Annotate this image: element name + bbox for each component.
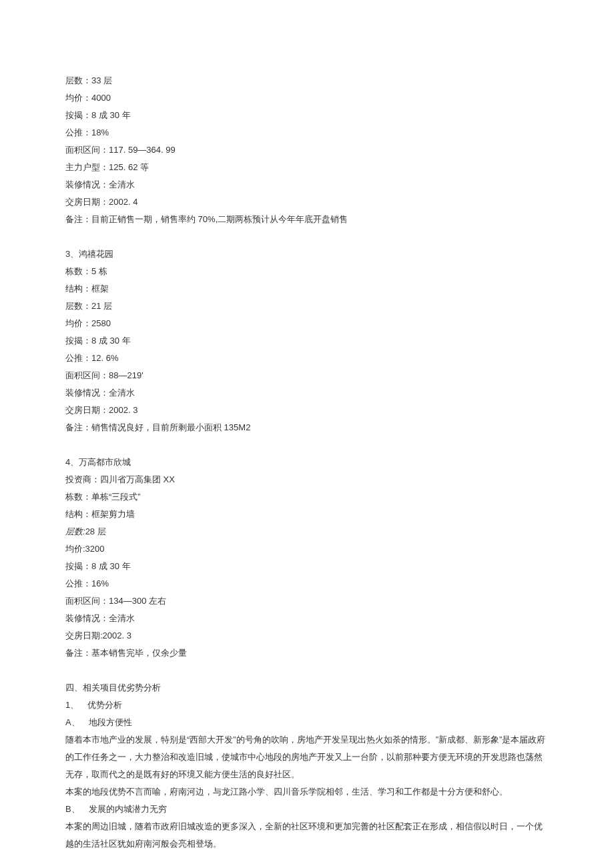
p2-finish: 装修情况：全清水 bbox=[65, 176, 549, 193]
p3-mortgage: 按揭：8 成 30 年 bbox=[65, 332, 549, 350]
p3-delivery: 交房日期：2002. 3 bbox=[65, 402, 549, 419]
document-page: 层数：33 层 均价：4000 按揭：8 成 30 年 公推：18% 面积区间：… bbox=[0, 0, 614, 868]
sec4-a-text2: 本案的地段优势不言而喻，府南河边，与龙江路小学、四川音乐学院相邻，生活、学习和工… bbox=[65, 783, 549, 801]
p3-public: 公推：12. 6% bbox=[65, 350, 549, 367]
p3-floors: 层数：21 层 bbox=[65, 298, 549, 315]
sec4-a: A、 地段方便性 bbox=[65, 714, 549, 731]
p4-area: 面积区间：134—300 左右 bbox=[65, 592, 549, 610]
p4-floors-italic: 层数: bbox=[65, 526, 85, 536]
spacer bbox=[65, 662, 549, 679]
p2-remark: 备注：目前正销售一期，销售率约 70%,二期两栋预计从今年年底开盘销售 bbox=[65, 211, 549, 228]
p4-title: 4、万高都市欣城 bbox=[65, 454, 549, 471]
sec4-b-text1: 本案的周边旧城，随着市政府旧城改造的更多深入，全新的社区环境和更加完善的社区配套… bbox=[65, 818, 549, 853]
p4-price: 均价:3200 bbox=[65, 540, 549, 558]
p3-price: 均价：2580 bbox=[65, 315, 549, 332]
sec4-title: 四、相关项目优劣势分析 bbox=[65, 679, 549, 697]
p2-price: 均价：4000 bbox=[65, 89, 549, 107]
p4-structure: 结构：框架剪力墙 bbox=[65, 506, 549, 523]
p3-finish: 装修情况：全清水 bbox=[65, 384, 549, 402]
sec4-s1: 1、 优势分析 bbox=[65, 697, 549, 714]
p4-floors-rest: 28 层 bbox=[85, 526, 106, 536]
p4-remark: 备注：基本销售完毕，仅余少量 bbox=[65, 644, 549, 662]
sec4-b: B、 发展的内城潜力无穷 bbox=[65, 801, 549, 818]
p4-mortgage: 按揭：8 成 30 年 bbox=[65, 558, 549, 575]
spacer bbox=[65, 228, 549, 246]
p3-structure: 结构：框架 bbox=[65, 280, 549, 298]
p3-title: 3、鸿禧花园 bbox=[65, 246, 549, 263]
p2-mortgage: 按揭：8 成 30 年 bbox=[65, 107, 549, 124]
p4-delivery: 交房日期:2002. 3 bbox=[65, 627, 549, 644]
p3-buildings: 栋数：5 栋 bbox=[65, 263, 549, 280]
sec4-a-text1: 随着本市地产业的发展，特别是“西部大开发”的号角的吹响，房地产开发呈现出热火如荼… bbox=[65, 731, 549, 783]
p4-finish: 装修情况：全清水 bbox=[65, 610, 549, 627]
p4-floors: 层数:28 层 bbox=[65, 523, 549, 540]
p2-area: 面积区间：117. 59—364. 99 bbox=[65, 141, 549, 159]
p2-delivery: 交房日期：2002. 4 bbox=[65, 193, 549, 211]
p2-main-unit: 主力户型：125. 62 等 bbox=[65, 159, 549, 176]
p4-investor: 投资商：四川省万高集团 XX bbox=[65, 471, 549, 488]
p2-public: 公推：18% bbox=[65, 124, 549, 141]
spacer bbox=[65, 436, 549, 454]
p2-floors: 层数：33 层 bbox=[65, 72, 549, 89]
p4-buildings: 栋数：单栋“三段式” bbox=[65, 488, 549, 506]
p3-remark: 备注：销售情况良好，目前所剩最小面积 135M2 bbox=[65, 419, 549, 436]
p3-area: 面积区间：88—219' bbox=[65, 367, 549, 384]
p4-public: 公推：16% bbox=[65, 575, 549, 592]
